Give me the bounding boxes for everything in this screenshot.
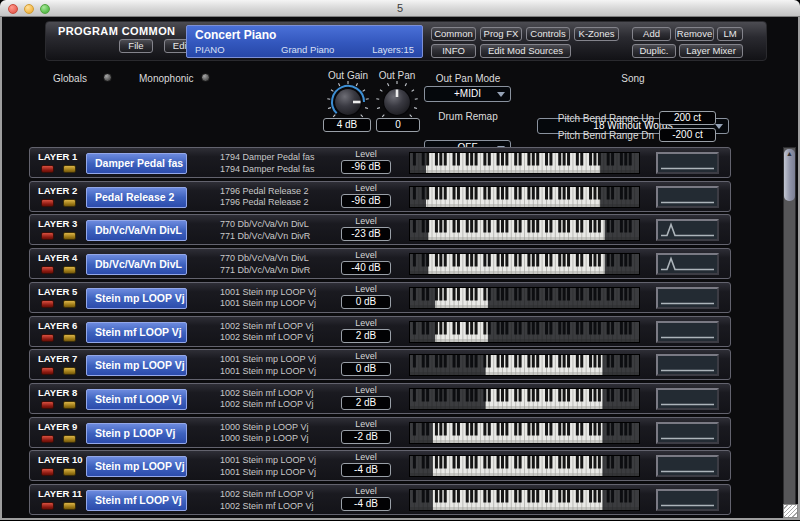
- layer-yellow-led-button[interactable]: [63, 502, 76, 510]
- layer-name-button[interactable]: Stein mf LOOP Vj: [86, 322, 187, 343]
- layer-yellow-led-button[interactable]: [63, 367, 76, 375]
- layer-red-led-button[interactable]: [41, 165, 54, 173]
- layer-envelope-display[interactable]: [656, 186, 719, 208]
- file-button[interactable]: File: [119, 39, 153, 53]
- layer-envelope-display[interactable]: [656, 152, 719, 174]
- layer-key-range-keyboard[interactable]: [409, 152, 640, 174]
- layer-name-button[interactable]: Stein mf LOOP Vj: [86, 389, 187, 410]
- window-resize-grip[interactable]: [783, 504, 798, 518]
- layer-level-value[interactable]: 2 dB: [341, 329, 391, 343]
- prog-fx-tab-button[interactable]: Prog FX: [480, 27, 522, 41]
- scroll-up-arrow-icon[interactable]: ▲: [784, 149, 795, 158]
- sample-line-2: 1001 Stein mp LOOP Vj: [220, 467, 316, 479]
- layer-yellow-led-button[interactable]: [63, 266, 76, 274]
- sample-line-1: 1796 Pedal Release 2: [220, 186, 309, 198]
- layer-name-button[interactable]: Damper Pedal fas: [86, 153, 187, 174]
- layer-envelope-display[interactable]: [656, 388, 719, 410]
- layer-envelope-display[interactable]: [656, 354, 719, 376]
- layer-mixer-button[interactable]: Layer Mixer: [679, 44, 743, 58]
- layer-key-range-keyboard[interactable]: [409, 455, 640, 477]
- edit-mod-sources-button[interactable]: Edit Mod Sources: [480, 44, 571, 58]
- layer-level-value[interactable]: -23 dB: [341, 227, 391, 241]
- layer-name-button[interactable]: Stein mp LOOP Vj: [86, 288, 187, 309]
- layer-row: LAYER 6Stein mf LOOP Vj1002 Stein mf LOO…: [29, 316, 731, 347]
- layer-key-range-keyboard[interactable]: [409, 287, 640, 309]
- k-zones-tab-button[interactable]: K-Zones: [574, 27, 619, 41]
- layer-name-button[interactable]: Stein mp LOOP Vj: [86, 355, 187, 376]
- layer-yellow-led-button[interactable]: [63, 401, 76, 409]
- out-gain-value[interactable]: 4 dB: [323, 118, 371, 132]
- remove-layer-button[interactable]: Remove: [675, 27, 714, 41]
- layer-level-value[interactable]: -96 dB: [341, 194, 391, 208]
- layer-red-led-button[interactable]: [41, 334, 54, 342]
- sample-line-2: 1002 Stein mf LOOP Vj: [220, 332, 313, 344]
- layer-level-value[interactable]: -4 dB: [341, 497, 391, 511]
- layer-level-value[interactable]: -40 dB: [341, 261, 391, 275]
- layer-red-led-button[interactable]: [41, 435, 54, 443]
- layer-key-range-keyboard[interactable]: [409, 321, 640, 343]
- out-pan-mode-select[interactable]: +MIDI: [424, 86, 511, 102]
- layer-level-value[interactable]: -96 dB: [341, 160, 391, 174]
- layer-envelope-display[interactable]: [656, 219, 719, 241]
- layer-yellow-led-button[interactable]: [63, 165, 76, 173]
- layer-key-range-keyboard[interactable]: [409, 186, 640, 208]
- layer-key-range-keyboard[interactable]: [409, 219, 640, 241]
- program-display[interactable]: Concert Piano PIANO Grand Piano Layers:1…: [186, 25, 423, 58]
- layer-envelope-display[interactable]: [656, 321, 719, 343]
- layer-yellow-led-button[interactable]: [63, 300, 76, 308]
- layer-envelope-display[interactable]: [656, 422, 719, 444]
- layer-level-value[interactable]: 0 dB: [341, 295, 391, 309]
- layer-level-value[interactable]: 2 dB: [341, 396, 391, 410]
- layer-yellow-led-button[interactable]: [63, 334, 76, 342]
- layer-red-led-button[interactable]: [41, 266, 54, 274]
- monophonic-toggle-led[interactable]: [201, 73, 210, 82]
- layer-number-label: LAYER 5: [38, 286, 77, 297]
- level-label: Level: [336, 385, 396, 395]
- info-button[interactable]: INFO: [431, 44, 476, 58]
- layer-level-value[interactable]: -2 dB: [341, 430, 391, 444]
- globals-toggle-led[interactable]: [103, 73, 112, 82]
- layer-name-button[interactable]: Stein mf LOOP Vj: [86, 490, 187, 511]
- controls-tab-button[interactable]: Controls: [526, 27, 570, 41]
- layer-key-range-keyboard[interactable]: [409, 422, 640, 444]
- lm-button[interactable]: LM: [717, 27, 743, 41]
- duplicate-layer-button[interactable]: Duplic.: [632, 44, 676, 58]
- layer-key-range-keyboard[interactable]: [409, 388, 640, 410]
- layer-name-button[interactable]: Pedal Release 2: [86, 187, 187, 208]
- add-layer-button[interactable]: Add: [632, 27, 671, 41]
- layer-yellow-led-button[interactable]: [63, 468, 76, 476]
- pitch-bend-up-value[interactable]: 200 ct: [659, 111, 716, 125]
- layer-name-button[interactable]: Stein p LOOP Vj: [86, 423, 187, 444]
- layer-yellow-led-button[interactable]: [63, 199, 76, 207]
- layer-samples: 1796 Pedal Release 21796 Pedal Release 2: [220, 186, 309, 209]
- layer-red-led-button[interactable]: [41, 367, 54, 375]
- layer-red-led-button[interactable]: [41, 232, 54, 240]
- layer-red-led-button[interactable]: [41, 300, 54, 308]
- pitch-bend-dn-value[interactable]: -200 ct: [659, 128, 716, 142]
- layer-name-button[interactable]: Db/Vc/Va/Vn DivL: [86, 254, 187, 275]
- monophonic-label: Monophonic: [139, 73, 193, 84]
- layer-envelope-display[interactable]: [656, 253, 719, 275]
- layer-envelope-display[interactable]: [656, 455, 719, 477]
- layer-red-led-button[interactable]: [41, 199, 54, 207]
- layer-key-range-keyboard[interactable]: [409, 354, 640, 376]
- layer-envelope-display[interactable]: [656, 489, 719, 511]
- layer-red-led-button[interactable]: [41, 468, 54, 476]
- window-titlebar[interactable]: 5: [0, 0, 800, 17]
- common-tab-button[interactable]: Common: [431, 27, 476, 41]
- layer-envelope-display[interactable]: [656, 287, 719, 309]
- layer-yellow-led-button[interactable]: [63, 435, 76, 443]
- layer-key-range-keyboard[interactable]: [409, 253, 640, 275]
- layer-red-led-button[interactable]: [41, 401, 54, 409]
- vertical-scrollbar[interactable]: ▲: [783, 147, 796, 518]
- out-pan-value[interactable]: 0: [376, 118, 420, 132]
- layer-red-led-button[interactable]: [41, 502, 54, 510]
- layer-yellow-led-button[interactable]: [63, 232, 76, 240]
- layer-name-button[interactable]: Db/Vc/Va/Vn DivL: [86, 220, 187, 241]
- sample-line-1: 1001 Stein mp LOOP Vj: [220, 455, 316, 467]
- layer-key-range-keyboard[interactable]: [409, 489, 640, 511]
- level-label: Level: [336, 149, 396, 159]
- layer-name-button[interactable]: Stein mp LOOP Vj: [86, 456, 187, 477]
- layer-level-value[interactable]: -4 dB: [341, 463, 391, 477]
- layer-level-value[interactable]: 0 dB: [341, 362, 391, 376]
